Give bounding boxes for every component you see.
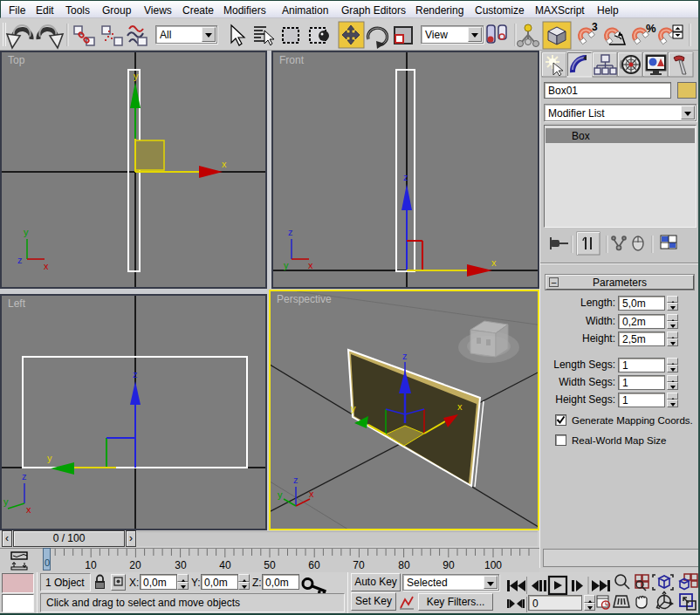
svg-text:x: x <box>222 159 227 169</box>
svg-text:z: z <box>133 369 138 379</box>
svg-text:70: 70 <box>353 559 365 571</box>
svg-text:30: 30 <box>175 559 187 571</box>
svg-text:y: y <box>3 496 9 507</box>
svg-text:x: x <box>491 257 497 268</box>
svg-text:x: x <box>457 401 463 412</box>
svg-text:y: y <box>284 260 289 270</box>
svg-text:90: 90 <box>443 559 455 571</box>
svg-text:10: 10 <box>85 559 97 571</box>
svg-text:40: 40 <box>219 559 231 571</box>
svg-text:z: z <box>22 471 27 482</box>
svg-text:100: 100 <box>484 559 502 571</box>
svg-text:20: 20 <box>129 559 141 571</box>
svg-text:z: z <box>293 475 299 485</box>
svg-text:80: 80 <box>398 559 410 571</box>
svg-text:y: y <box>24 227 29 237</box>
svg-text:50: 50 <box>264 559 276 571</box>
svg-text:z: z <box>403 172 408 182</box>
svg-text:%: % <box>646 22 656 35</box>
svg-text:z: z <box>402 351 408 361</box>
svg-text:60: 60 <box>308 559 320 571</box>
svg-text:x: x <box>308 260 313 270</box>
svg-text:z: z <box>17 255 23 265</box>
svg-text:y: y <box>278 489 283 500</box>
svg-text:x: x <box>44 261 49 271</box>
svg-text:y: y <box>351 403 356 413</box>
svg-text:x: x <box>309 489 314 499</box>
svg-text:y: y <box>47 453 52 463</box>
svg-text:x: x <box>26 504 31 515</box>
svg-text:z: z <box>288 227 293 237</box>
svg-text:y: y <box>134 71 139 81</box>
svg-text:3: 3 <box>592 21 598 33</box>
